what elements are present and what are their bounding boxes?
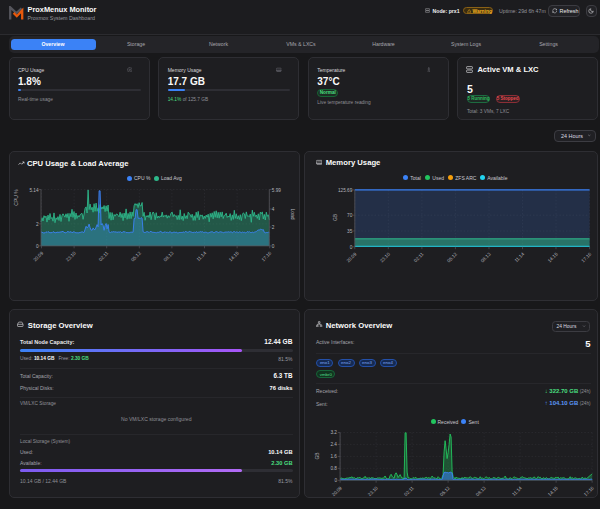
svg-text:08:13: 08:13 xyxy=(162,250,174,262)
svg-text:02:11: 02:11 xyxy=(403,485,415,497)
svg-text:05:12: 05:12 xyxy=(439,485,451,497)
svg-text:23:10: 23:10 xyxy=(367,485,379,497)
svg-text:17:16: 17:16 xyxy=(580,251,592,263)
svg-text:23:10: 23:10 xyxy=(379,251,391,263)
svg-text:14:15: 14:15 xyxy=(547,251,559,263)
svg-text:14:15: 14:15 xyxy=(547,485,559,497)
svg-text:35: 35 xyxy=(347,228,353,233)
svg-text:1.6: 1.6 xyxy=(330,454,337,459)
svg-text:11:14: 11:14 xyxy=(195,250,207,262)
svg-text:2.4: 2.4 xyxy=(330,442,337,447)
svg-text:125.69: 125.69 xyxy=(338,187,353,192)
svg-text:GB: GB xyxy=(332,213,338,221)
svg-text:3.2: 3.2 xyxy=(330,430,337,435)
svg-text:11:14: 11:14 xyxy=(514,251,526,263)
svg-text:0: 0 xyxy=(334,478,337,483)
svg-text:0.8: 0.8 xyxy=(330,466,337,471)
svg-text:08:13: 08:13 xyxy=(480,251,492,263)
svg-text:11:14: 11:14 xyxy=(511,485,523,497)
svg-text:14:15: 14:15 xyxy=(227,250,239,262)
svg-text:05:12: 05:12 xyxy=(130,250,142,262)
svg-text:20:09: 20:09 xyxy=(331,485,343,497)
svg-text:02:11: 02:11 xyxy=(97,250,109,262)
svg-text:GB: GB xyxy=(314,452,320,460)
svg-text:70: 70 xyxy=(347,213,353,218)
svg-text:17:16: 17:16 xyxy=(260,250,272,262)
svg-text:20:09: 20:09 xyxy=(346,251,358,263)
svg-text:08:13: 08:13 xyxy=(475,485,487,497)
svg-text:0: 0 xyxy=(350,244,353,249)
svg-text:20:09: 20:09 xyxy=(32,250,44,262)
svg-text:17:16: 17:16 xyxy=(583,485,595,497)
svg-text:23:10: 23:10 xyxy=(64,250,76,262)
svg-text:02:11: 02:11 xyxy=(413,251,425,263)
svg-text:05:12: 05:12 xyxy=(446,251,458,263)
